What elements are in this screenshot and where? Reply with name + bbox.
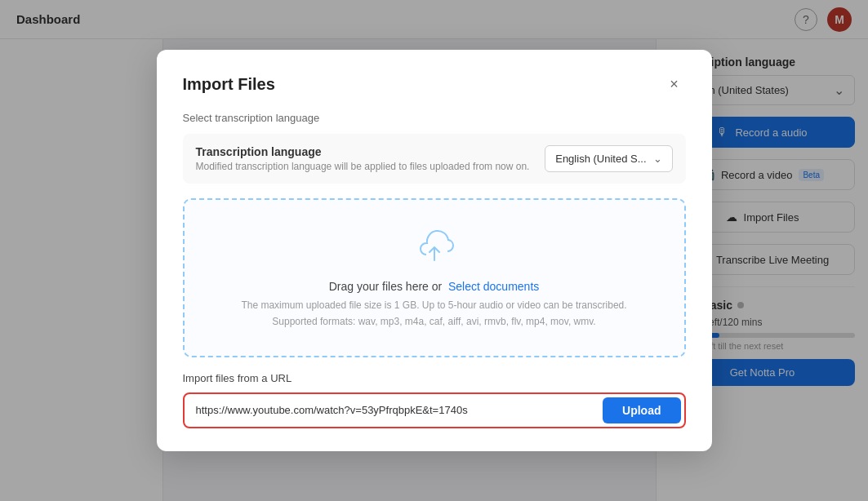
url-label: Import files from a URL: [183, 372, 686, 384]
upload-icon-wrap: [201, 226, 668, 268]
drop-subtext: The maximum uploaded file size is 1 GB. …: [201, 298, 668, 329]
lang-row-desc: Modified transcription language will be …: [196, 161, 530, 172]
url-input-row: Upload: [183, 392, 686, 428]
drop-text: Drag your files here or Select documents: [201, 280, 668, 293]
lang-dropdown-value: English (United S...: [555, 153, 646, 165]
lang-row-left: Transcription language Modified transcri…: [196, 145, 530, 172]
language-dropdown[interactable]: English (United S... ⌄: [545, 145, 672, 172]
close-button[interactable]: ×: [663, 73, 686, 95]
lang-subtitle: Select transcription language: [183, 112, 686, 124]
upload-cloud-icon: [412, 226, 456, 265]
chevron-down-icon: ⌄: [653, 153, 662, 165]
lang-row-label: Transcription language: [196, 145, 530, 158]
modal-overlay: Import Files × Select transcription lang…: [0, 0, 868, 501]
modal-title: Import Files: [183, 75, 275, 94]
modal-header: Import Files ×: [183, 73, 686, 95]
url-input[interactable]: [188, 397, 597, 423]
import-files-modal: Import Files × Select transcription lang…: [157, 50, 712, 450]
language-row: Transcription language Modified transcri…: [183, 134, 686, 184]
upload-button[interactable]: Upload: [603, 397, 680, 423]
select-documents-link[interactable]: Select documents: [448, 280, 539, 293]
drop-zone[interactable]: Drag your files here or Select documents…: [183, 198, 686, 357]
dashboard: Dashboard ? M Rece Na 📄 📄: [0, 0, 868, 501]
